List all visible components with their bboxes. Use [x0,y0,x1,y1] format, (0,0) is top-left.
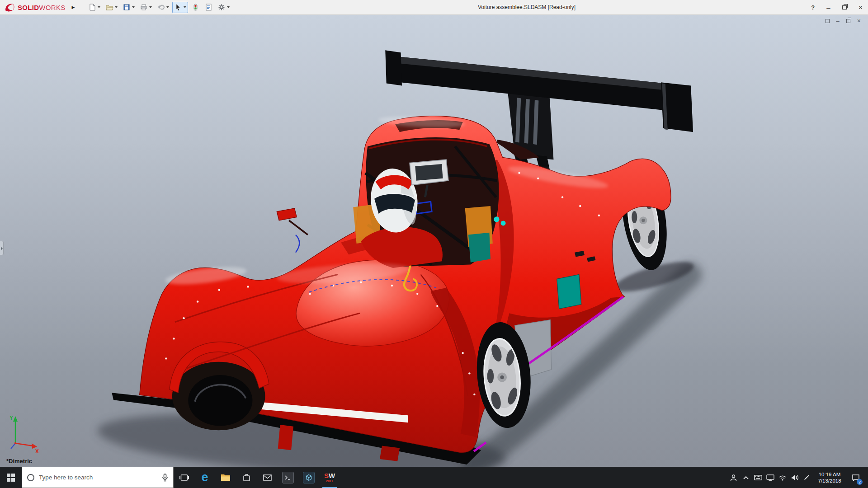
mail-button[interactable] [257,467,278,488]
maximize-doc-icon[interactable] [846,19,850,23]
close-button[interactable]: × [859,4,863,12]
options-button[interactable] [216,2,231,13]
volume-button[interactable] [788,467,801,488]
brand-text: SOLIDWORKS [18,4,66,11]
rebuild-button[interactable] [189,2,201,13]
mail-icon [263,474,272,481]
volume-icon [791,474,799,481]
options-gear-icon [217,3,226,11]
store-icon [243,473,250,482]
minimize-doc-icon[interactable]: – [836,18,840,24]
taskbar: e [0,467,868,488]
solidworks-2017-button[interactable]: SW 2017 [319,467,340,488]
search-input[interactable] [39,474,157,481]
x-axis-label: X [35,448,39,454]
file-properties-icon [204,3,212,11]
ds-logo-icon [5,2,15,12]
open-icon [105,3,113,11]
front-left-wheel[interactable] [188,375,252,426]
quick-access-toolbar [86,2,231,13]
titlebar: SOLIDWORKS ▶ [0,0,868,15]
edrawings-button[interactable] [298,467,319,488]
model-3d-view[interactable] [0,15,868,467]
microphone-icon[interactable] [162,474,168,482]
graphics-area[interactable]: – × Y X *Dimetric [0,15,868,467]
print-icon [140,3,148,11]
people-button[interactable] [727,467,740,488]
wifi-icon [778,474,787,481]
pen-button[interactable] [801,467,813,488]
dropdown-caret[interactable] [227,6,230,8]
screen: SOLIDWORKS ▶ [0,0,868,488]
window-title: Voiture assemblee.SLDASM [Read-only] [478,4,576,10]
solidworks-2017-icon: SW 2017 [324,472,335,483]
taskbar-search[interactable] [22,467,174,488]
new-document-button[interactable] [86,2,102,13]
edge-button[interactable]: e [194,467,215,488]
start-button[interactable] [0,467,22,488]
featuremanager-flyout-handle[interactable] [0,241,4,255]
dropdown-caret[interactable] [132,6,135,8]
file-explorer-icon [221,474,231,481]
network-button[interactable] [764,467,776,488]
tray-date: 7/13/2018 [818,478,841,484]
reference-triad: Y X [7,413,42,454]
teal-side-panel [557,275,581,309]
hidden-icons-button[interactable] [740,467,752,488]
task-view-icon [179,474,189,481]
dropdown-caret[interactable] [98,6,100,8]
pen-icon [803,474,810,481]
car-body[interactable] [140,116,671,453]
edrawings-cube-icon [303,472,315,483]
side-mirror[interactable] [277,208,308,253]
save-button[interactable] [121,2,137,13]
toolbar-flyout-arrow[interactable]: ▶ [72,5,75,9]
window-controls: ? – × [811,0,863,15]
taskbar-apps: e [174,467,340,488]
dropdown-caret[interactable] [149,6,152,8]
close-doc-icon[interactable]: × [857,17,861,24]
file-properties-button[interactable] [203,2,214,13]
document-window-controls: – × [826,17,861,24]
task-view-button[interactable] [174,467,194,488]
select-button[interactable] [172,2,188,13]
touch-keyboard-icon [754,475,762,480]
edge-icon: e [201,471,208,483]
undo-button[interactable] [155,2,171,13]
chevron-up-icon [743,475,749,480]
minimize-button[interactable]: – [826,4,830,11]
restore-doc-icon[interactable] [826,19,830,23]
view-orientation-label: *Dimetric [6,458,32,465]
undo-icon [157,3,165,11]
dropdown-caret[interactable] [166,6,169,8]
rebuild-icon [191,3,199,11]
open-button[interactable] [104,2,119,13]
touch-keyboard-button[interactable] [752,467,764,488]
save-icon [123,3,131,11]
terminal-app-button[interactable] [278,467,298,488]
terminal-icon [282,472,294,483]
solidworks-logo: SOLIDWORKS [0,2,66,12]
wifi-button[interactable] [776,467,788,488]
system-tray: 10:19 AM 7/13/2018 2 [727,467,868,488]
clock[interactable]: 10:19 AM 7/13/2018 [813,471,846,484]
new-document-icon [88,3,96,11]
restore-button[interactable] [842,5,847,9]
file-explorer-button[interactable] [215,467,236,488]
help-button[interactable]: ? [811,4,815,11]
dropdown-caret[interactable] [115,6,118,8]
y-axis-label: Y [9,415,13,421]
people-icon [730,474,737,481]
cortana-icon [27,474,34,481]
store-button[interactable] [236,467,257,488]
windows-logo-icon [7,474,15,482]
network-icon [766,474,774,481]
teal-cockpit-panel [468,233,491,263]
select-cursor-icon [174,3,182,11]
tray-time: 10:19 AM [819,471,841,478]
dropdown-caret[interactable] [184,6,186,8]
notification-badge: 2 [857,479,863,485]
print-button[interactable] [138,2,154,13]
action-center-button[interactable]: 2 [846,467,865,488]
